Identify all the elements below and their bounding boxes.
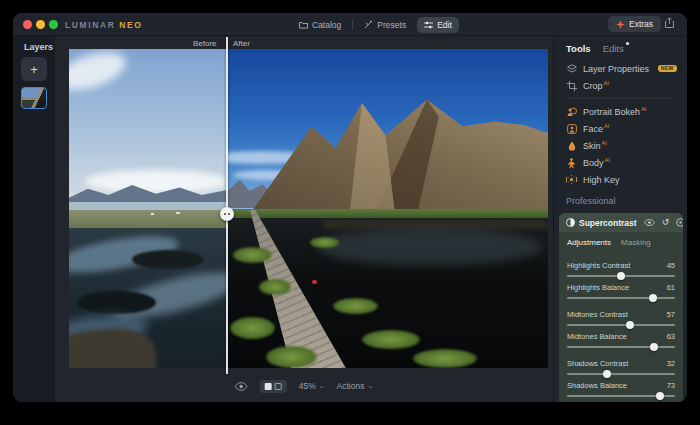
skin-icon xyxy=(566,141,577,151)
add-layer-button[interactable]: + xyxy=(21,57,47,81)
tool-layer-properties[interactable]: Layer Properties NEW xyxy=(554,60,687,77)
wand-icon xyxy=(364,20,373,29)
slider-knob[interactable] xyxy=(603,370,611,378)
slider-knob[interactable] xyxy=(626,321,634,329)
tool-label: FaceAI xyxy=(583,123,609,134)
portrait-bokeh-icon xyxy=(566,107,577,117)
slider-value: 32 xyxy=(667,359,675,368)
after-image xyxy=(227,49,548,368)
compare-view-button[interactable] xyxy=(260,380,287,393)
tab-edit[interactable]: Edit xyxy=(417,17,459,33)
compare-outline-icon xyxy=(275,383,282,390)
before-image xyxy=(69,49,227,368)
canvas-toolbar: 45% ⌄ Actions ⌄ xyxy=(235,378,374,394)
titlebar: LUMINAR NEO Catalog Presets Edit xyxy=(13,13,687,36)
tab-adjustments[interactable]: Adjustments xyxy=(567,238,611,247)
app-window: LUMINAR NEO Catalog Presets Edit xyxy=(13,13,687,402)
slider-highlights-contrast: Highlights Contrast45 xyxy=(567,261,675,277)
logo-neo: NEO xyxy=(119,20,142,30)
tool-face[interactable]: FaceAI xyxy=(554,120,687,137)
supercontrast-title: Supercontrast xyxy=(579,218,637,228)
slider-label: Highlights Balance xyxy=(567,283,629,292)
slider-value: 63 xyxy=(667,332,675,341)
compare-divider[interactable] xyxy=(226,37,228,374)
tab-catalog-label: Catalog xyxy=(312,20,341,30)
supercontrast-header[interactable]: Supercontrast ↺ xyxy=(559,213,683,232)
reset-icon[interactable]: ↺ xyxy=(662,219,670,226)
contrast-icon xyxy=(566,218,575,227)
tool-label: SkinAI xyxy=(583,140,607,151)
tab-masking[interactable]: Masking xyxy=(621,238,651,247)
zoom-level-value: 45% xyxy=(299,381,316,391)
close-window-button[interactable] xyxy=(23,20,32,29)
tool-label: High Key xyxy=(583,175,620,185)
tab-separator xyxy=(352,20,353,30)
tool-label: CropAI xyxy=(583,80,609,91)
tool-portrait-bokeh[interactable]: Portrait BokehAI xyxy=(554,103,687,120)
slider-label: Shadows Balance xyxy=(567,381,627,390)
slider-track[interactable] xyxy=(567,275,675,277)
slider-shadows-balance: Shadows Balance73 xyxy=(567,381,675,397)
tool-body[interactable]: BodyAI xyxy=(554,154,687,171)
face-icon xyxy=(566,124,577,134)
slider-track[interactable] xyxy=(567,395,675,397)
slider-knob[interactable] xyxy=(656,392,664,400)
tab-edits[interactable]: Edits xyxy=(603,43,624,54)
logo-luminar: LUMINAR xyxy=(65,20,115,30)
slider-highlights-balance: Highlights Balance61 xyxy=(567,283,675,299)
tab-presets-label: Presets xyxy=(377,20,406,30)
compare-filled-icon xyxy=(265,383,272,390)
tab-tools[interactable]: Tools xyxy=(566,43,591,54)
body-icon xyxy=(566,158,577,168)
chevron-down-icon: ⌄ xyxy=(367,382,373,390)
supercontrast-sliders: Highlights Contrast45 Highlights Balance… xyxy=(559,251,683,402)
tab-presets[interactable]: Presets xyxy=(357,17,413,33)
tool-label: BodyAI xyxy=(583,157,610,168)
share-icon[interactable] xyxy=(664,17,675,29)
slider-midtones-balance: Midtones Balance63 xyxy=(567,332,675,348)
layers-panel-title: Layers xyxy=(24,42,53,52)
photo-preview xyxy=(69,49,548,368)
supercontrast-tabs: Adjustments Masking xyxy=(559,232,683,251)
actions-dropdown[interactable]: Actions ⌄ xyxy=(337,381,374,391)
tool-skin[interactable]: SkinAI xyxy=(554,137,687,154)
panel-tabs: Tools Edits xyxy=(554,43,687,54)
slider-track[interactable] xyxy=(567,346,675,348)
slider-track[interactable] xyxy=(567,297,675,299)
extras-button[interactable]: Extras xyxy=(608,16,661,32)
slider-knob[interactable] xyxy=(650,343,658,351)
slider-label: Highlights Contrast xyxy=(567,261,630,270)
slider-label: Midtones Contrast xyxy=(567,310,628,319)
professional-section-header: Professional xyxy=(554,188,687,210)
tool-high-key[interactable]: High Key xyxy=(554,171,687,188)
folder-icon xyxy=(299,21,308,29)
slider-value: 73 xyxy=(667,381,675,390)
minimize-window-button[interactable] xyxy=(36,20,45,29)
mode-tabs: Catalog Presets Edit xyxy=(292,16,459,33)
zoom-window-button[interactable] xyxy=(49,20,58,29)
tool-label: Layer Properties xyxy=(583,64,649,74)
tab-catalog[interactable]: Catalog xyxy=(292,17,348,33)
tool-crop[interactable]: CropAI xyxy=(554,77,687,94)
slider-track[interactable] xyxy=(567,324,675,326)
divider-line xyxy=(566,98,675,99)
slider-label: Shadows Contrast xyxy=(567,359,628,368)
high-key-icon xyxy=(566,175,577,184)
zoom-level-dropdown[interactable]: 45% ⌄ xyxy=(299,381,325,391)
layer-thumbnail[interactable] xyxy=(21,87,47,109)
compare-slider-handle[interactable] xyxy=(220,207,234,221)
slider-shadows-contrast: Shadows Contrast32 xyxy=(567,359,675,375)
slider-label: Midtones Balance xyxy=(567,332,627,341)
slider-knob[interactable] xyxy=(617,272,625,280)
visibility-eye-icon[interactable] xyxy=(644,219,655,226)
tools-panel: Tools Edits Layer Properties NEW CropAI xyxy=(553,36,687,402)
tool-label: Portrait BokehAI xyxy=(583,106,646,117)
chevron-down-icon: ⌄ xyxy=(319,382,325,390)
slider-track[interactable] xyxy=(567,373,675,375)
spark-icon xyxy=(616,20,625,29)
edit-mask-dot-icon[interactable] xyxy=(676,218,683,227)
slider-value: 57 xyxy=(667,310,675,319)
preview-eye-icon[interactable] xyxy=(235,382,248,391)
slider-knob[interactable] xyxy=(649,294,657,302)
layers-panel: Layers + xyxy=(13,36,55,402)
